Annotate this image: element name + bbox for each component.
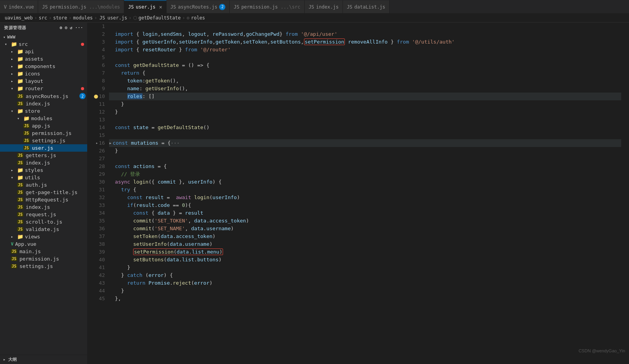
tab-asyncroutes[interactable]: JS asyncRoutes.js 2 [167,0,230,13]
breadcrumb-item[interactable]: uavims_web [5,15,33,21]
sidebar-item-user[interactable]: JS user.js [0,144,87,152]
sidebar-item-scroll-to[interactable]: JS scroll-to.js [0,218,87,226]
sidebar-label: asyncRoutes.js [26,93,78,99]
js-icon: JS [17,227,23,231]
tab-permission-modules[interactable]: JS permission.js ...\modules [38,0,124,13]
tab-user-js[interactable]: JS user.js × [124,0,166,13]
sidebar-item-httprequest[interactable]: JS HttpRequest.js [0,196,87,203]
breadcrumb-item[interactable]: user.js [107,15,127,21]
refresh-icon[interactable]: ↺ [70,25,73,30]
js-icon: JS [23,124,30,128]
code-line: token:getToken(), [109,77,621,85]
sidebar-item-index-utils[interactable]: JS index.js [0,203,87,211]
code-line: const { data } = result [109,209,621,217]
sidebar-item-views[interactable]: ▸ 📁 views [0,233,87,240]
sidebar-label: layout [25,78,43,84]
modified-dot [81,43,84,46]
sidebar-label: scroll-to.js [26,219,62,225]
sidebar-label: get-page-title.js [26,189,77,195]
outline-arrow: ▸ [3,357,6,362]
sidebar-item-index-store[interactable]: JS index.js [0,159,87,166]
sidebar-item-utils[interactable]: ▾ 📁 utils [0,174,87,181]
sidebar-item-main[interactable]: JS main.js [0,248,87,255]
folder-arrow: ▸ [11,234,16,239]
root-arrow[interactable]: ▾ [3,35,6,39]
sidebar-item-settings[interactable]: JS settings.js [0,137,87,144]
outline-section[interactable]: ▸ 大纲 [0,355,87,364]
sidebar-item-store[interactable]: ▾ 📁 store [0,107,87,115]
sidebar-label: user.js [32,145,53,151]
sidebar-item-modules[interactable]: ▾ 📁 modules [0,115,87,122]
close-icon[interactable]: × [159,4,162,10]
folder-arrow: ▾ [11,109,16,113]
tab-datalist[interactable]: JS dataList.js [343,0,390,13]
sidebar-label: validate.js [26,226,59,232]
code-line [109,131,621,139]
folder-arrow: ▾ [5,42,9,46]
code-line: // 登录 [109,170,621,178]
tab-label: index.vue [9,4,34,10]
js-icon: JS [17,94,23,98]
folder-icon: 📁 [23,116,30,121]
sidebar-label: settings.js [19,263,53,269]
sidebar-item-getters[interactable]: JS getters.js [0,152,87,159]
sidebar-item-components[interactable]: ▸ 📁 components [0,63,87,70]
code-container[interactable]: 1 2 3 4 5 6 7 8 9 ⬤10 11 12 13 14 15 ▸16… [88,23,629,364]
sidebar-item-validate[interactable]: JS validate.js [0,226,87,233]
js-icon: JS [17,153,23,158]
sidebar-item-icons[interactable]: ▸ 📁 icons [0,70,87,77]
sidebar-item-request[interactable]: JS request.js [0,211,87,218]
breadcrumb-item[interactable]: modules [73,15,93,21]
folder-arrow: ▾ [17,116,22,121]
sidebar-label: modules [31,116,53,121]
sidebar-item-auth[interactable]: JS auth.js [0,181,87,189]
sidebar-item-get-page-title[interactable]: JS get-page-title.js [0,189,87,196]
sidebar-item-permission-modules[interactable]: JS permission.js [0,130,87,137]
code-line: const getDefaultState = () => { [109,61,621,69]
code-line: setToken(data.access_token) [109,233,621,240]
sidebar-label: store [25,108,40,114]
code-line: import { resetRouter } from '@/router' [109,46,621,54]
sidebar-label: index.js [26,204,50,210]
breadcrumb-item[interactable]: getDefaultState [139,15,181,21]
js-icon: JS [17,198,23,202]
js-icon: JS [11,249,17,254]
tab-index-js[interactable]: JS index.js [305,0,343,13]
tab-bar: V index.vue JS permission.js ...\modules… [0,0,629,14]
js-icon: JS [17,212,23,217]
breadcrumb-item[interactable]: roles [191,15,205,21]
tab-permission-src[interactable]: JS permission.js ...\src [230,0,304,13]
tab-label: permission.js ...\modules [50,4,120,10]
sidebar-item-src[interactable]: ▾ 📁 src [0,40,87,48]
root-name: WWW [7,35,16,40]
code-line: name: getUserInfo(), [109,85,621,93]
breadcrumb-item[interactable]: src [39,15,47,21]
folder-icon: 📁 [17,86,23,91]
code-line: } [109,100,621,108]
breadcrumb-item[interactable]: store [53,15,67,21]
new-folder-icon[interactable]: ⊖ [65,25,67,30]
sidebar-item-settings-src[interactable]: JS settings.js [0,262,87,270]
sidebar-item-app[interactable]: JS app.js [0,122,87,130]
sidebar-item-assets[interactable]: ▸ 📁 assets [0,55,87,63]
code-line: async login({ commit }, userInfo) { [109,178,621,186]
code-line: roles: [] [109,93,621,100]
code-line: } [109,264,621,271]
sidebar-item-app-vue[interactable]: V App.vue [0,240,87,248]
folder-icon: 📁 [17,63,23,69]
sidebar-item-layout[interactable]: ▸ 📁 layout [0,77,87,85]
folder-icon: 📁 [17,234,23,240]
sidebar-item-index-router[interactable]: JS index.js [0,100,87,107]
sidebar-item-router[interactable]: ▾ 📁 router [0,85,87,92]
change-badge: 2 [219,4,225,10]
tab-index-vue[interactable]: V index.vue [0,0,38,13]
sidebar-item-api[interactable]: ▸ 📁 api [0,48,87,55]
js-icon: JS [42,4,47,10]
sidebar-item-styles[interactable]: ▸ 📁 styles [0,166,87,174]
new-file-icon[interactable]: ⊕ [60,25,62,30]
sidebar-title: 资源管理器 [4,25,26,31]
tab-label: dataList.js [354,4,385,10]
sidebar-item-asyncroutes[interactable]: JS asyncRoutes.js 2 [0,92,87,100]
sidebar-item-permission-src[interactable]: JS permission.js [0,255,87,262]
more-icon[interactable]: ··· [75,25,83,30]
